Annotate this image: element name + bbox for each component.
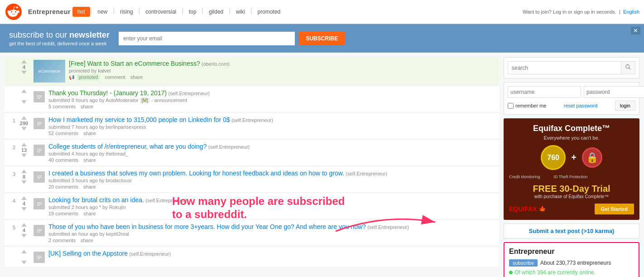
tab-controversial[interactable]: controversial	[140, 7, 181, 17]
post-title-link[interactable]: [Free] Want to Start an eCommerce Busine…	[69, 60, 200, 67]
promoted-tag[interactable]: promoted	[77, 74, 100, 80]
share-link[interactable]: share	[83, 157, 96, 163]
join-text: Want to join? Log in or sign up in secon…	[523, 9, 616, 15]
post-title-link[interactable]: I created a business that solves my own …	[48, 170, 344, 177]
newsletter-subscribe-button[interactable]: SUBSCRIBE	[298, 32, 345, 45]
share-link[interactable]: share	[83, 184, 96, 190]
post-details: I created a business that solves my own …	[48, 170, 497, 190]
upvote-button[interactable]	[21, 196, 27, 200]
remember-me-checkbox[interactable]	[508, 103, 514, 109]
post-rank	[6, 89, 15, 97]
comments-link[interactable]: 5 comments	[48, 104, 76, 109]
downvote-button[interactable]	[21, 127, 27, 131]
post-details: College students of /r/entrepreneur, wha…	[48, 143, 497, 163]
table-row: 4 4 Looking for brutal crits on an idea.…	[5, 194, 499, 219]
post-icon	[34, 91, 45, 102]
share-link[interactable]: share	[81, 104, 93, 109]
subscriber-count: About 230,773 entrepreneurs	[540, 260, 611, 266]
tab-rising[interactable]: rising	[115, 7, 138, 17]
remember-me-label: remember me	[508, 103, 546, 109]
free-trial-text: FREE 30-Day Trial	[509, 184, 634, 194]
login-options: remember me reset password login	[508, 101, 635, 111]
tab-hot[interactable]: hot	[72, 7, 90, 17]
post-icon	[34, 118, 45, 129]
svg-line-32	[629, 68, 631, 70]
submitter-link[interactable]: keptit2real	[106, 231, 129, 237]
post-rank: 2	[6, 143, 15, 150]
share-link[interactable]: share	[83, 211, 96, 216]
post-rank: 4	[6, 196, 15, 204]
post-title-link[interactable]: [UK] Selling on the Appstore	[48, 250, 128, 257]
upvote-button[interactable]	[21, 116, 27, 120]
upvote-button[interactable]	[21, 89, 27, 93]
post-title-link[interactable]: How I marketed my service to 315,000 peo…	[48, 116, 230, 123]
submitter-link[interactable]: kalvel	[98, 68, 111, 73]
post-list: 4 eCommerce [Free] Want to Start an eCom…	[5, 57, 499, 277]
search-button[interactable]	[621, 62, 635, 74]
fingerprint-badge: 🔒	[582, 147, 602, 168]
get-started-button[interactable]: Get Started	[595, 204, 634, 214]
post-icon	[34, 171, 45, 183]
share-link[interactable]: share	[81, 238, 93, 243]
language-link[interactable]: English	[623, 9, 639, 15]
post-domain: (self.Entrepreneur)	[208, 144, 250, 150]
downvote-button[interactable]	[21, 207, 27, 211]
promoted-icon: 📢	[69, 75, 74, 80]
submitter-link[interactable]: AutoModerator	[106, 97, 139, 103]
submitter-link[interactable]: Rokujin	[109, 204, 126, 210]
downvote-button[interactable]	[21, 234, 27, 238]
newsletter-email-input[interactable]	[119, 32, 295, 45]
tab-gilded[interactable]: gilded	[204, 7, 228, 17]
post-title-link[interactable]: Thank you Thursday! - (January 19, 2017)	[48, 89, 167, 97]
downvote-button[interactable]	[21, 100, 27, 104]
vote-column: 13	[17, 143, 31, 157]
search-input[interactable]	[508, 62, 621, 74]
newsletter-close-button[interactable]: ✕	[631, 27, 640, 34]
vote-count	[23, 94, 24, 99]
ad-subtitle: Everywhere you can't be.	[509, 135, 634, 141]
share-link[interactable]: share	[83, 131, 96, 136]
online-count: Of which 394 are currently online.	[509, 269, 634, 276]
upvote-button[interactable]	[21, 223, 27, 227]
main-layout: 4 eCommerce [Free] Want to Start an eCom…	[0, 57, 644, 277]
plus-icon: +	[571, 152, 577, 163]
upvote-button[interactable]	[21, 60, 27, 63]
comments-link[interactable]: 52 comments	[48, 131, 78, 136]
tab-new[interactable]: new	[92, 7, 112, 17]
vote-column: 4	[17, 223, 31, 238]
comments-link[interactable]: 20 comments	[48, 184, 78, 190]
downvote-button[interactable]	[21, 180, 27, 184]
comments-link[interactable]: 2 comments	[48, 238, 76, 243]
submitter-link[interactable]: thebread_	[106, 151, 129, 156]
mod-tag: [M]	[140, 97, 150, 103]
comments-link[interactable]: 19 comments	[48, 211, 78, 216]
downvote-button[interactable]	[21, 261, 27, 264]
tab-wiki[interactable]: wiki	[231, 7, 250, 17]
table-row: [UK] Selling on the Appstore (self.Entre…	[5, 247, 499, 267]
comments-link[interactable]: 40 comments	[48, 157, 78, 163]
upvote-button[interactable]	[21, 250, 27, 253]
post-title-link[interactable]: College students of /r/entrepreneur, wha…	[48, 143, 207, 150]
comment-link[interactable]: comment	[105, 74, 125, 80]
login-button[interactable]: login	[615, 101, 635, 111]
tab-top[interactable]: top	[184, 7, 202, 17]
submitter-link[interactable]: brodaciousr	[106, 178, 132, 183]
subscribe-button[interactable]: subscribe	[509, 259, 538, 267]
upvote-button[interactable]	[21, 170, 27, 173]
downvote-button[interactable]	[21, 154, 27, 157]
search-box	[508, 61, 635, 74]
submitter-link[interactable]: berlinparisexpress	[106, 124, 146, 130]
share-link[interactable]: share	[130, 74, 143, 80]
downvote-button[interactable]	[21, 71, 27, 74]
submit-text-post-link[interactable]: Submit a text post (>10 karma)	[529, 228, 615, 234]
post-icon	[34, 225, 45, 236]
password-input[interactable]	[584, 86, 644, 98]
post-title-link[interactable]: Looking for brutal crits on an idea.	[48, 196, 144, 204]
post-details: [UK] Selling on the Appstore (self.Entre…	[48, 250, 497, 257]
post-title-link[interactable]: Those of you who have been in business f…	[48, 223, 366, 230]
upvote-button[interactable]	[21, 143, 27, 146]
tab-promoted[interactable]: promoted	[253, 7, 286, 17]
reset-password-link[interactable]: reset password	[564, 103, 598, 108]
username-input[interactable]	[508, 86, 581, 98]
reddit-logo[interactable]	[5, 3, 23, 21]
